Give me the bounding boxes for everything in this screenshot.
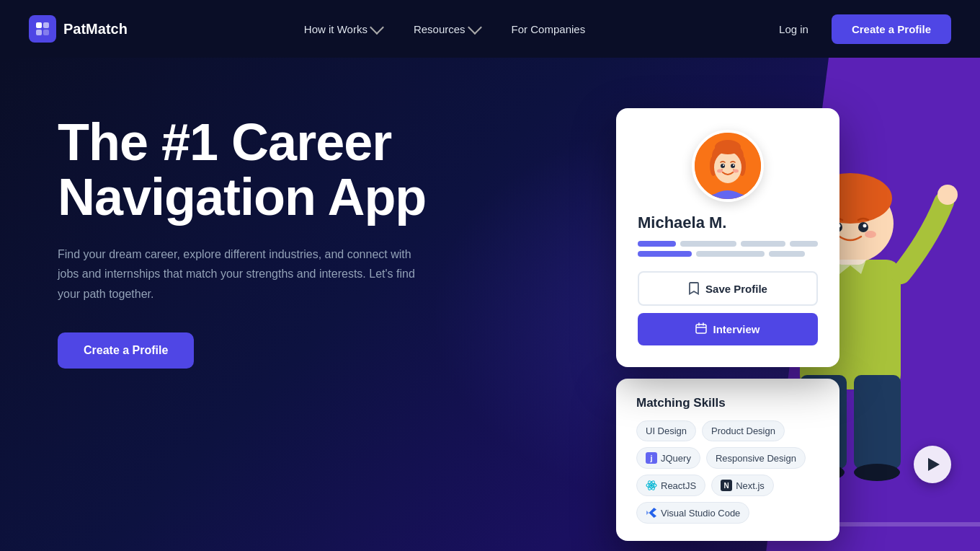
svg-rect-2 [36,30,42,35]
profile-bars [638,241,818,257]
skills-card: Matching Skills UI Design Product Design… [616,379,839,541]
navbar: PatMatch How it Works Resources For Comp… [0,0,980,58]
nav-how-it-works[interactable]: How it Works [290,16,396,43]
nav-actions: Log in Create a Profile [762,14,951,44]
bar-empty [696,251,765,257]
reactjs-icon [646,480,657,491]
vscode-icon [646,507,657,519]
nav-for-companies[interactable]: For Companies [497,16,600,43]
svg-point-10 [731,164,735,168]
svg-point-12 [733,164,734,166]
create-profile-nav-button[interactable]: Create a Profile [832,14,951,44]
interview-button[interactable]: Interview [638,313,818,345]
svg-point-8 [714,151,741,183]
nav-links: How it Works Resources For Companies [290,16,600,43]
jquery-icon: j [646,452,657,464]
hero-cta-button[interactable]: Create a Profile [58,332,194,369]
bar-empty [680,241,736,247]
nextjs-icon: N [721,480,732,491]
svg-rect-0 [36,22,42,28]
hero-subtext: Find your dream career, explore differen… [58,244,418,304]
profile-name: Michaela M. [638,213,818,232]
svg-rect-18 [696,325,706,333]
hero-right: Michaela M. [504,101,951,541]
chevron-down-icon [370,20,384,35]
skill-tag-vscode: Visual Studio Code [636,502,749,524]
logo[interactable]: PatMatch [29,15,128,43]
calendar-icon [695,322,707,336]
skills-title: Matching Skills [636,396,819,410]
hero-section: The #1 Career Navigation App Find your d… [0,58,980,551]
hero-headline: The #1 Career Navigation App [58,115,426,224]
bar-row-2 [638,251,818,257]
svg-point-19 [650,484,653,487]
skill-tag-jquery: j JQuery [636,447,700,469]
play-button[interactable] [914,446,951,483]
bookmark-icon [688,282,700,295]
svg-point-15 [721,169,723,170]
avatar [692,130,764,202]
nav-resources[interactable]: Resources [399,16,494,43]
svg-point-11 [723,164,724,166]
hero-left: The #1 Career Navigation App Find your d… [58,101,426,369]
svg-rect-1 [43,22,49,28]
skill-tag-ui-design: UI Design [636,420,696,441]
skill-tag-responsive-design: Responsive Design [706,447,806,469]
bar-empty [790,241,818,247]
chevron-down-icon [468,20,482,35]
skills-tags: UI Design Product Design j JQuery Respon… [636,420,819,524]
skill-tag-nextjs: N Next.js [711,475,774,496]
bar-empty [741,241,786,247]
login-button[interactable]: Log in [762,16,826,43]
skill-tag-product-design: Product Design [702,420,785,441]
bar-filled [638,251,692,257]
svg-point-9 [721,164,725,168]
save-profile-button[interactable]: Save Profile [638,271,818,306]
avatar-wrapper [638,130,818,202]
bar-empty [769,251,805,257]
svg-rect-3 [43,30,49,35]
profile-card: Michaela M. [616,108,839,367]
skill-tag-reactjs: ReactJS [636,475,705,496]
svg-point-17 [715,140,741,154]
bar-row-1 [638,241,818,247]
play-icon [928,458,940,471]
bar-filled [638,241,676,247]
svg-point-16 [733,169,734,170]
logo-text: PatMatch [63,21,128,38]
logo-icon [29,15,56,43]
